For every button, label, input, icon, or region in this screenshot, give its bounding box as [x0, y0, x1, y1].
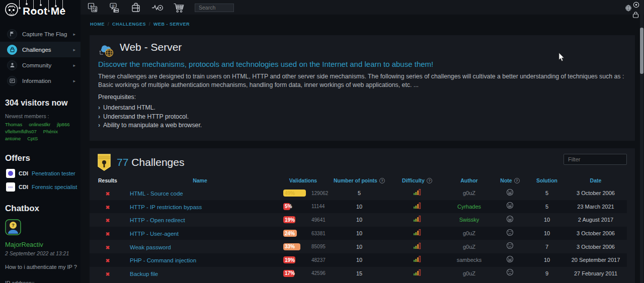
activity-target-icon[interactable]: [151, 2, 164, 14]
note-cell: [491, 215, 529, 225]
sidebar-item-community[interactable]: Community▸: [0, 57, 80, 73]
breadcrumb-link[interactable]: HOME: [90, 22, 105, 27]
breadcrumb-link[interactable]: WEB - SERVER: [153, 22, 190, 27]
member-link[interactable]: onlinestlkr: [29, 122, 50, 127]
difficulty-bars-icon: [413, 255, 421, 264]
validation-percentage: 19%: [285, 217, 295, 223]
column-header-label: Note: [500, 177, 512, 183]
author-cell: g0uZ: [448, 244, 491, 250]
avatar[interactable]: ?: [5, 228, 21, 237]
search-input[interactable]: [195, 4, 234, 12]
translate-book-icon[interactable]: A: [87, 2, 99, 14]
offers-title: Offers: [5, 153, 80, 163]
column-header-number-of-points[interactable]: Number of points?: [332, 177, 386, 183]
smiley-note-icon: [506, 268, 514, 278]
challenge-link[interactable]: PHP - Command injection: [130, 257, 196, 263]
validation-percentage: 17%: [285, 270, 295, 276]
column-header-note[interactable]: Note?: [491, 177, 529, 183]
challenge-link[interactable]: HTTP - User-agent: [130, 231, 179, 237]
column-header-validations[interactable]: Validations: [274, 177, 332, 183]
help-icon[interactable]: ?: [427, 178, 432, 183]
prerequisite-item: ›Understand HTML.: [98, 104, 202, 113]
member-link[interactable]: Thomas: [5, 122, 22, 127]
difficulty-cell: [386, 215, 448, 224]
network-chat-icon[interactable]: @: [108, 2, 120, 14]
sidebar-nav: Capture The Flag▸Challenges▸Community▸In…: [0, 26, 80, 88]
breadcrumb-separator: /: [149, 22, 150, 27]
column-header-results[interactable]: Results: [90, 177, 126, 183]
lock-icon[interactable]: [632, 11, 639, 20]
challenge-link[interactable]: HTTP - IP restriction bypass: [130, 204, 202, 210]
validations-cell: 19%49641: [274, 216, 332, 223]
topbar-icons: A@: [87, 2, 185, 14]
chat-message-lines: IP address::REDACTEDis not authorized to…: [5, 280, 80, 283]
smiley-note-icon: [506, 242, 514, 251]
date-cell: 20 September 2017: [565, 257, 627, 263]
column-header-date[interactable]: Date: [565, 177, 627, 183]
offer-link[interactable]: Forensic specialist: [32, 184, 77, 190]
not-validated-icon: ✖: [106, 218, 110, 223]
challenge-link[interactable]: HTML - Source code: [130, 191, 183, 197]
person-icon: [7, 60, 17, 70]
difficulty-bars-icon: [413, 202, 421, 211]
points-cell: 5: [332, 190, 386, 196]
validation-percentage: 24%: [285, 231, 295, 236]
author-name[interactable]: Cyrhades: [457, 204, 481, 210]
challenge-link[interactable]: HTTP - Open redirect: [130, 217, 185, 223]
validation-percentage-badge: 5%: [283, 203, 305, 210]
sidebar-item-information[interactable]: Information▸: [0, 73, 80, 88]
sidebar-item-label: Community: [22, 62, 51, 68]
member-link[interactable]: antoine: [5, 136, 21, 141]
sidebar-item-capture-the-flag[interactable]: Capture The Flag▸: [0, 26, 80, 42]
difficulty-cell: [386, 229, 448, 238]
column-header-author[interactable]: Author: [448, 177, 491, 183]
smiley-note-icon: [506, 188, 514, 198]
scrollbar-thumb[interactable]: [640, 28, 643, 74]
breadcrumb-link[interactable]: CHALLENGES: [112, 22, 146, 27]
logo[interactable]: Root Me: [0, 0, 80, 22]
member-link[interactable]: CptS: [27, 136, 38, 141]
validation-count: 49641: [311, 217, 326, 223]
target-dot-icon[interactable]: [633, 1, 639, 10]
date-cell: 23 March 2021: [565, 204, 627, 210]
breadcrumb-separator: /: [108, 22, 109, 27]
globe-icon[interactable]: [625, 5, 632, 14]
column-header-solution[interactable]: Solution: [529, 177, 565, 183]
page-title: Web - Server: [120, 41, 182, 53]
author-name: g0uZ: [463, 244, 475, 250]
table-row: ✖HTTP - Open redirect19%4964110Swissky10…: [90, 213, 627, 227]
table-row: ✖HTTP - User-agent24%6338110g0uZ103 Octo…: [90, 227, 627, 240]
member-link[interactable]: Phénix: [43, 129, 58, 134]
member-link[interactable]: vfleltvmfldhs07: [5, 129, 37, 134]
help-icon[interactable]: ?: [514, 178, 520, 183]
help-icon[interactable]: ?: [379, 178, 385, 183]
offer-link[interactable]: Penetration tester: [32, 170, 75, 176]
note-cell: [491, 268, 529, 278]
chat-username[interactable]: MajorReactiv: [5, 241, 43, 248]
challenge-link[interactable]: Weak password: [130, 244, 171, 250]
challenges-label: Challenges: [131, 156, 184, 168]
member-link[interactable]: jlp866: [57, 122, 69, 127]
cart-icon[interactable]: [173, 2, 185, 14]
column-header-label: Solution: [536, 177, 557, 183]
validation-count: 42596: [311, 270, 326, 276]
offer-tag: CDI: [19, 170, 28, 176]
author-name[interactable]: Swissky: [459, 217, 479, 223]
challenges-panel: 77Challenges ResultsNameValidationsNumbe…: [90, 148, 635, 283]
validation-count: 11144: [311, 204, 325, 209]
filter-input[interactable]: [564, 154, 627, 165]
name-cell: HTML - Source code: [126, 188, 274, 198]
validations-cell: 5%11144: [274, 203, 332, 210]
chatbox-title: Chatbox: [5, 204, 80, 214]
validation-count: 63381: [311, 231, 326, 236]
sidebar-item-challenges[interactable]: Challenges▸: [0, 42, 80, 57]
difficulty-bars-icon: [413, 188, 421, 198]
prerequisite-item: ›Understand the HTTP protocol.: [98, 113, 202, 122]
chevron-right-icon: ▸: [73, 78, 75, 83]
column-header-name[interactable]: Name: [126, 177, 274, 183]
column-header-difficulty[interactable]: Difficulty?: [386, 177, 448, 183]
author-cell: sambecks: [448, 257, 491, 263]
challenge-link[interactable]: Backup file: [130, 271, 158, 277]
briefcase-icon[interactable]: [130, 2, 142, 14]
solution-cell: 7: [529, 244, 565, 250]
